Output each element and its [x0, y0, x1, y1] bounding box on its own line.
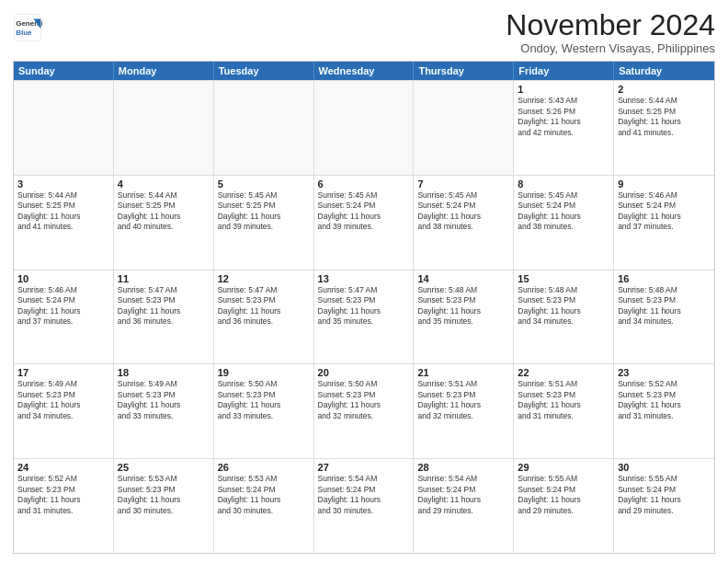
logo-icon: General Blue	[13, 13, 42, 42]
day-number: 10	[17, 273, 109, 284]
cal-cell-day-21: 21Sunrise: 5:51 AM Sunset: 5:23 PM Dayli…	[414, 364, 514, 458]
cal-cell-day-13: 13Sunrise: 5:47 AM Sunset: 5:23 PM Dayli…	[314, 270, 415, 364]
cal-cell-day-18: 18Sunrise: 5:49 AM Sunset: 5:23 PM Dayli…	[114, 364, 214, 458]
day-number: 8	[518, 178, 609, 190]
day-info: Sunrise: 5:48 AM Sunset: 5:23 PM Dayligh…	[417, 285, 509, 327]
day-number: 22	[518, 367, 609, 378]
cal-cell-day-15: 15Sunrise: 5:48 AM Sunset: 5:23 PM Dayli…	[514, 270, 614, 364]
cal-cell-day-7: 7Sunrise: 5:45 AM Sunset: 5:24 PM Daylig…	[414, 176, 514, 270]
calendar-header-row: SundayMondayTuesdayWednesdayThursdayFrid…	[14, 62, 714, 80]
day-info: Sunrise: 5:55 AM Sunset: 5:24 PM Dayligh…	[518, 474, 609, 516]
day-number: 17	[17, 367, 109, 378]
cal-cell-empty	[214, 81, 314, 175]
cal-cell-day-19: 19Sunrise: 5:50 AM Sunset: 5:23 PM Dayli…	[214, 364, 314, 458]
cal-week-4: 24Sunrise: 5:52 AM Sunset: 5:23 PM Dayli…	[14, 458, 714, 553]
day-number: 18	[118, 367, 210, 378]
cal-header-cell-wednesday: Wednesday	[314, 62, 415, 80]
page: General Blue November 2024 Ondoy, Wester…	[0, 0, 728, 563]
day-number: 2	[618, 84, 711, 95]
cal-cell-day-12: 12Sunrise: 5:47 AM Sunset: 5:23 PM Dayli…	[214, 270, 314, 364]
day-info: Sunrise: 5:52 AM Sunset: 5:23 PM Dayligh…	[17, 474, 109, 516]
day-number: 25	[118, 462, 210, 473]
day-info: Sunrise: 5:45 AM Sunset: 5:24 PM Dayligh…	[518, 190, 609, 233]
day-number: 3	[17, 178, 109, 190]
cal-cell-day-5: 5Sunrise: 5:45 AM Sunset: 5:25 PM Daylig…	[214, 176, 314, 270]
day-number: 13	[318, 273, 410, 284]
cal-header-cell-saturday: Saturday	[614, 62, 714, 80]
day-number: 12	[218, 273, 310, 284]
header: General Blue November 2024 Ondoy, Wester…	[13, 9, 715, 55]
cal-cell-day-25: 25Sunrise: 5:53 AM Sunset: 5:23 PM Dayli…	[114, 459, 214, 553]
day-info: Sunrise: 5:43 AM Sunset: 5:26 PM Dayligh…	[518, 96, 609, 138]
cal-cell-day-11: 11Sunrise: 5:47 AM Sunset: 5:23 PM Dayli…	[114, 270, 214, 364]
cal-week-0: 1Sunrise: 5:43 AM Sunset: 5:26 PM Daylig…	[14, 80, 714, 175]
cal-header-cell-sunday: Sunday	[14, 62, 114, 80]
day-number: 26	[218, 462, 310, 473]
day-info: Sunrise: 5:45 AM Sunset: 5:24 PM Dayligh…	[417, 190, 509, 233]
day-number: 21	[417, 367, 509, 378]
day-number: 16	[618, 273, 711, 284]
cal-cell-day-6: 6Sunrise: 5:45 AM Sunset: 5:24 PM Daylig…	[314, 176, 415, 270]
day-info: Sunrise: 5:49 AM Sunset: 5:23 PM Dayligh…	[118, 379, 210, 421]
location: Ondoy, Western Visayas, Philippines	[506, 41, 715, 55]
day-info: Sunrise: 5:53 AM Sunset: 5:23 PM Dayligh…	[118, 474, 210, 516]
cal-cell-day-1: 1Sunrise: 5:43 AM Sunset: 5:26 PM Daylig…	[514, 81, 614, 175]
day-info: Sunrise: 5:50 AM Sunset: 5:23 PM Dayligh…	[218, 379, 310, 421]
month-title: November 2024	[506, 9, 715, 41]
cal-header-cell-tuesday: Tuesday	[214, 62, 314, 80]
cal-cell-day-17: 17Sunrise: 5:49 AM Sunset: 5:23 PM Dayli…	[14, 364, 114, 458]
day-number: 6	[318, 178, 410, 190]
day-number: 1	[518, 84, 609, 95]
cal-cell-day-9: 9Sunrise: 5:46 AM Sunset: 5:24 PM Daylig…	[614, 176, 714, 270]
day-info: Sunrise: 5:45 AM Sunset: 5:24 PM Dayligh…	[318, 190, 410, 233]
day-number: 27	[318, 462, 410, 473]
day-info: Sunrise: 5:45 AM Sunset: 5:25 PM Dayligh…	[218, 190, 310, 233]
day-info: Sunrise: 5:55 AM Sunset: 5:24 PM Dayligh…	[618, 474, 711, 516]
cal-cell-day-27: 27Sunrise: 5:54 AM Sunset: 5:24 PM Dayli…	[314, 459, 415, 553]
cal-cell-day-30: 30Sunrise: 5:55 AM Sunset: 5:24 PM Dayli…	[614, 459, 714, 553]
cal-cell-day-26: 26Sunrise: 5:53 AM Sunset: 5:24 PM Dayli…	[214, 459, 314, 553]
day-number: 15	[518, 273, 609, 284]
day-number: 19	[218, 367, 310, 378]
cal-cell-day-2: 2Sunrise: 5:44 AM Sunset: 5:25 PM Daylig…	[614, 81, 714, 175]
svg-text:Blue: Blue	[16, 29, 32, 37]
day-number: 14	[417, 273, 509, 284]
cal-cell-day-28: 28Sunrise: 5:54 AM Sunset: 5:24 PM Dayli…	[414, 459, 514, 553]
cal-cell-day-8: 8Sunrise: 5:45 AM Sunset: 5:24 PM Daylig…	[514, 176, 614, 270]
cal-cell-day-20: 20Sunrise: 5:50 AM Sunset: 5:23 PM Dayli…	[314, 364, 415, 458]
cal-week-2: 10Sunrise: 5:46 AM Sunset: 5:24 PM Dayli…	[14, 270, 714, 364]
day-info: Sunrise: 5:47 AM Sunset: 5:23 PM Dayligh…	[218, 285, 310, 327]
cal-cell-day-14: 14Sunrise: 5:48 AM Sunset: 5:23 PM Dayli…	[414, 270, 514, 364]
day-number: 4	[118, 178, 210, 190]
day-info: Sunrise: 5:48 AM Sunset: 5:23 PM Dayligh…	[518, 285, 609, 327]
day-number: 24	[17, 462, 109, 473]
cal-week-3: 17Sunrise: 5:49 AM Sunset: 5:23 PM Dayli…	[14, 363, 714, 458]
day-info: Sunrise: 5:51 AM Sunset: 5:23 PM Dayligh…	[417, 379, 509, 421]
day-number: 7	[417, 178, 509, 190]
day-number: 23	[618, 367, 711, 378]
cal-cell-day-3: 3Sunrise: 5:44 AM Sunset: 5:25 PM Daylig…	[14, 176, 114, 270]
cal-cell-day-23: 23Sunrise: 5:52 AM Sunset: 5:23 PM Dayli…	[614, 364, 714, 458]
day-info: Sunrise: 5:46 AM Sunset: 5:24 PM Dayligh…	[17, 285, 109, 327]
cal-cell-day-4: 4Sunrise: 5:44 AM Sunset: 5:25 PM Daylig…	[114, 176, 214, 270]
cal-week-1: 3Sunrise: 5:44 AM Sunset: 5:25 PM Daylig…	[14, 175, 714, 270]
day-info: Sunrise: 5:54 AM Sunset: 5:24 PM Dayligh…	[417, 474, 509, 516]
cal-cell-day-24: 24Sunrise: 5:52 AM Sunset: 5:23 PM Dayli…	[14, 459, 114, 553]
header-right: November 2024 Ondoy, Western Visayas, Ph…	[506, 9, 715, 55]
day-info: Sunrise: 5:44 AM Sunset: 5:25 PM Dayligh…	[618, 96, 711, 138]
day-info: Sunrise: 5:50 AM Sunset: 5:23 PM Dayligh…	[318, 379, 410, 421]
day-info: Sunrise: 5:47 AM Sunset: 5:23 PM Dayligh…	[318, 285, 410, 327]
cal-cell-empty	[14, 81, 114, 175]
day-info: Sunrise: 5:48 AM Sunset: 5:23 PM Dayligh…	[618, 285, 711, 327]
day-info: Sunrise: 5:47 AM Sunset: 5:23 PM Dayligh…	[118, 285, 210, 327]
cal-cell-day-16: 16Sunrise: 5:48 AM Sunset: 5:23 PM Dayli…	[614, 270, 714, 364]
day-info: Sunrise: 5:44 AM Sunset: 5:25 PM Dayligh…	[118, 190, 210, 233]
day-number: 20	[318, 367, 410, 378]
day-info: Sunrise: 5:54 AM Sunset: 5:24 PM Dayligh…	[318, 474, 410, 516]
day-number: 11	[118, 273, 210, 284]
cal-cell-empty	[314, 81, 415, 175]
cal-cell-day-22: 22Sunrise: 5:51 AM Sunset: 5:23 PM Dayli…	[514, 364, 614, 458]
day-info: Sunrise: 5:46 AM Sunset: 5:24 PM Dayligh…	[618, 190, 711, 233]
day-number: 30	[618, 462, 711, 473]
day-info: Sunrise: 5:44 AM Sunset: 5:25 PM Dayligh…	[17, 190, 109, 233]
